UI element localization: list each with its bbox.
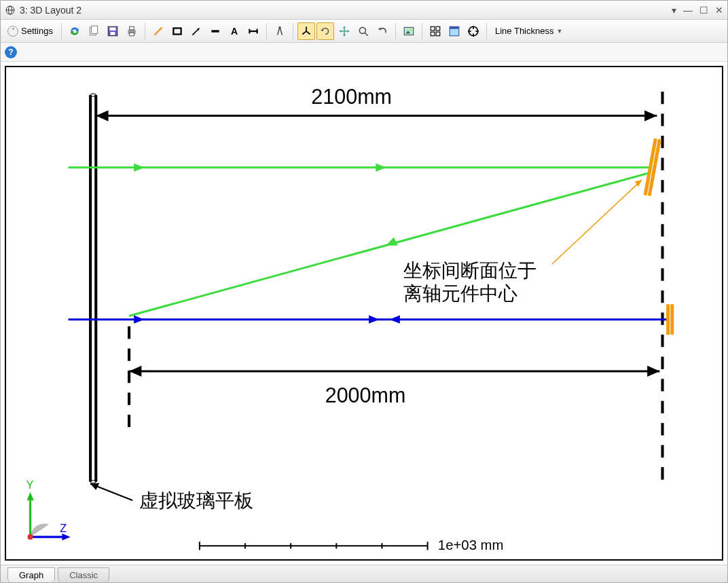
svg-marker-58	[386, 238, 398, 246]
svg-point-19	[278, 26, 280, 28]
window-title: 3: 3D Layout 2	[20, 5, 672, 16]
help-row: ?	[1, 43, 727, 62]
axis-y-label: Y	[26, 478, 34, 491]
copy-button[interactable]	[85, 22, 103, 40]
annotation-line1: 坐标间断面位于	[403, 259, 536, 281]
window-tool[interactable]	[445, 22, 463, 40]
svg-marker-70	[129, 366, 141, 377]
tab-bar: Graph Classic	[1, 565, 727, 582]
dim-bottom-text: 2000mm	[325, 383, 406, 407]
svg-rect-39	[436, 32, 440, 36]
app-window: 3: 3D Layout 2 ▾ — ☐ ✕ ˅ Settings A	[0, 0, 728, 583]
target-tool[interactable]	[465, 22, 482, 40]
svg-rect-41	[450, 26, 459, 29]
tab-graph[interactable]: Graph	[7, 567, 55, 582]
dim-top-text: 2100mm	[311, 85, 392, 108]
rotate-tool[interactable]	[316, 22, 334, 40]
scale-text: 1e+03 mm	[438, 538, 504, 552]
svg-marker-60	[134, 316, 144, 324]
arrow-tool[interactable]	[187, 22, 205, 40]
dimension-tool[interactable]	[244, 22, 262, 40]
dimension-top: 2100mm	[96, 85, 657, 121]
separator	[266, 23, 267, 39]
separator	[145, 23, 145, 39]
undo-tool[interactable]	[374, 22, 391, 40]
svg-rect-33	[404, 27, 414, 35]
separator	[61, 23, 62, 39]
minimize-button[interactable]: —	[683, 5, 693, 16]
svg-point-52	[90, 94, 96, 96]
rectangle-tool[interactable]	[168, 22, 186, 40]
svg-marker-26	[343, 26, 346, 28]
zoom-tool[interactable]	[354, 22, 372, 40]
svg-marker-23	[321, 29, 324, 31]
settings-label: Settings	[21, 26, 53, 36]
image-tool[interactable]	[400, 22, 418, 40]
svg-marker-77	[62, 533, 70, 540]
settings-button[interactable]: ˅ Settings	[3, 26, 57, 37]
close-button[interactable]: ✕	[715, 5, 723, 16]
annotation-line2: 离轴元件中心	[403, 282, 517, 304]
green-ray-diag	[129, 173, 649, 316]
svg-rect-10	[130, 33, 134, 36]
line-tool[interactable]	[149, 22, 167, 40]
svg-line-31	[365, 33, 368, 36]
toolbar: ˅ Settings A Line Thickness ▼	[1, 20, 727, 43]
window-controls: ▾ — ☐ ✕	[672, 5, 723, 16]
detector-element	[668, 304, 672, 335]
dash-tool[interactable]	[206, 22, 224, 40]
svg-rect-4	[92, 26, 98, 33]
text-tool[interactable]: A	[225, 22, 243, 40]
svg-rect-9	[130, 26, 134, 30]
move-tool[interactable]	[335, 22, 353, 40]
svg-marker-56	[376, 164, 386, 172]
svg-rect-12	[173, 28, 181, 34]
svg-marker-29	[347, 29, 349, 33]
maximize-button[interactable]: ☐	[699, 5, 708, 16]
annotation-coord-break: 坐标间断面位于 离轴元件中心	[403, 180, 642, 304]
refresh-button[interactable]	[66, 22, 84, 40]
svg-line-11	[154, 27, 162, 35]
svg-line-21	[302, 31, 306, 35]
svg-marker-62	[390, 316, 400, 324]
save-button[interactable]	[104, 22, 122, 40]
svg-rect-38	[431, 32, 435, 36]
separator	[293, 23, 293, 39]
svg-marker-28	[339, 29, 341, 33]
svg-marker-27	[343, 34, 346, 36]
svg-point-78	[28, 534, 33, 540]
svg-line-67	[552, 180, 642, 264]
svg-rect-37	[436, 26, 440, 31]
axis-tool[interactable]	[297, 22, 315, 40]
svg-rect-7	[111, 32, 115, 35]
svg-marker-71	[647, 366, 659, 377]
svg-point-35	[410, 29, 412, 31]
canvas[interactable]: 2100mm	[5, 66, 723, 561]
compass-tool[interactable]	[271, 22, 289, 40]
help-button[interactable]: ?	[5, 46, 17, 58]
svg-marker-49	[644, 110, 657, 121]
scale-bar: 1e+03 mm	[200, 538, 504, 552]
blue-ray	[69, 316, 668, 324]
dimension-bottom: 2000mm	[129, 366, 659, 407]
glass-plate-text: 虚拟玻璃平板	[139, 489, 253, 511]
svg-rect-6	[109, 27, 115, 31]
app-icon	[5, 5, 16, 16]
dropdown-button[interactable]: ▾	[672, 5, 676, 16]
glass-plate-label: 虚拟玻璃平板	[90, 483, 253, 512]
grid-tool[interactable]	[426, 22, 444, 40]
svg-marker-55	[134, 164, 144, 172]
svg-rect-36	[431, 26, 435, 31]
tab-classic[interactable]: Classic	[58, 567, 109, 582]
axis-z-label: Z	[60, 522, 67, 534]
canvas-area: 2100mm	[1, 62, 727, 565]
dropdown-icon: ▼	[556, 28, 562, 35]
line-thickness-label: Line Thickness	[495, 26, 553, 36]
print-button[interactable]	[123, 22, 141, 40]
separator	[486, 23, 487, 39]
line-thickness-dropdown[interactable]: Line Thickness ▼	[491, 26, 566, 36]
svg-point-30	[359, 27, 365, 33]
svg-line-22	[306, 31, 310, 35]
svg-marker-61	[369, 316, 379, 324]
titlebar: 3: 3D Layout 2 ▾ — ☐ ✕	[1, 1, 727, 20]
